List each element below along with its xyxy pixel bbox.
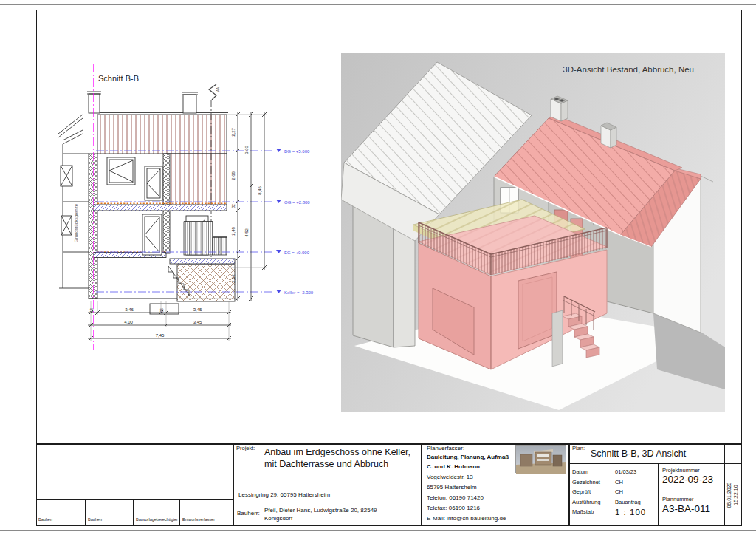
- svg-text:4,00: 4,00: [124, 320, 133, 324]
- client-label: Bauherr:: [237, 509, 260, 517]
- author-label: Planverfasser:: [427, 444, 464, 452]
- svg-text:18: 18: [89, 308, 94, 313]
- signature-box-4: Entwurfsverfasser: [179, 499, 233, 526]
- author-email: E-Mail: info@ch-bauleitung.de: [427, 514, 506, 522]
- view3d-title: 3D-Ansicht Bestand, Abbruch, Neu: [563, 65, 694, 74]
- signature-label: Bauherr: [88, 517, 103, 522]
- project-label: Projekt:: [236, 445, 255, 451]
- svg-text:32: 32: [231, 204, 236, 208]
- author-logo-image: [516, 446, 566, 474]
- svg-text:8,45: 8,45: [258, 186, 262, 195]
- signature-box-1: Bauherr: [36, 499, 85, 526]
- plan-label: Plan:: [572, 445, 585, 451]
- svg-text:36: 36: [159, 308, 164, 313]
- plan-subdivider: [658, 463, 659, 526]
- author-firm-line2: C. und K. Hofmann: [427, 463, 480, 471]
- plan-row-ausfuehrung: AusführungBauantrag: [572, 497, 655, 508]
- property-boundary-label: Grundstücksgrenze: [74, 203, 78, 242]
- plan-row-value: CH: [615, 487, 655, 497]
- project-address: Lessingring 29, 65795 Hattersheim: [238, 491, 330, 499]
- svg-text:4,52: 4,52: [244, 228, 249, 237]
- paper-edge-top: [0, 4, 756, 5]
- level-label-keller: Keller = -2.320: [284, 290, 314, 295]
- section-marker-label-top: AA: [216, 87, 220, 92]
- svg-text:3,45: 3,45: [193, 320, 202, 324]
- project-title-line1: Anbau im Erdgeschoss ohne Keller,: [264, 446, 410, 458]
- paper-edge-bottom: [0, 530, 756, 531]
- author-fax: Telefax: 06190 1216: [427, 504, 480, 512]
- chimney-a: [551, 96, 568, 121]
- view3d-svg: 3D-Ansicht Bestand, Abbruch, Neu: [341, 53, 725, 412]
- plan-row-label: Maßstab: [572, 507, 615, 517]
- svg-text:2,12: 2,12: [231, 274, 236, 283]
- svg-text:3,93: 3,93: [244, 146, 249, 154]
- author-logo: [515, 445, 566, 473]
- author-firm-line1: Bauleitung, Planung, Aufmaß: [427, 453, 509, 461]
- level-label-dg: DG = +5.600: [284, 149, 310, 154]
- signature-row: Bauherr Bauherr Bauvorlageberechtigter E…: [36, 499, 233, 526]
- plan-row-label: Ausführung: [572, 497, 615, 508]
- chimneys: [87, 92, 198, 113]
- titleblock-divider-2: [421, 443, 422, 526]
- project-number: 2022-09-23: [662, 474, 713, 485]
- dim-texts-bottom: 18 3,46 36 3,45 4,00 3,45 7,45: [89, 307, 202, 338]
- chimney-b: [601, 123, 616, 148]
- svg-text:3,46: 3,46: [125, 307, 134, 312]
- svg-text:3,45: 3,45: [193, 307, 202, 312]
- plan-row-gezeichnet: GezeichnetCH: [572, 477, 655, 488]
- svg-text:2,68: 2,68: [231, 171, 236, 180]
- client-line2: Königsdorf: [264, 514, 292, 522]
- svg-text:7,45: 7,45: [156, 333, 165, 338]
- plan-info-rows: Datum01/03/23 GezeichnetCH GeprüftCH Aus…: [572, 467, 655, 517]
- author-street: Vogelweidestr. 13: [427, 473, 473, 481]
- signature-label: Entwurfsverfasser: [182, 517, 215, 522]
- plan-number-label: Plannummer: [662, 496, 694, 502]
- level-markers: [276, 149, 281, 293]
- plan-title-underline: [568, 463, 742, 464]
- signature-label: Bauvorlageberechtigter: [136, 517, 178, 522]
- signature-label: Bauherr: [38, 517, 53, 522]
- plan-row-label: Datum: [572, 467, 615, 477]
- plan-number: A3-BA-011: [662, 503, 710, 514]
- level-label-og: OG = +2.800: [284, 200, 310, 205]
- plan-row-value: CH: [615, 477, 655, 488]
- section-title: Schnitt B-B: [98, 74, 139, 83]
- plan-row-value: 1 : 100: [615, 507, 655, 517]
- plan-row-value: Bauantrag: [615, 497, 655, 508]
- author-phone: Telefon: 06190 71420: [427, 494, 484, 502]
- level-label-eg: EG = +0.000: [284, 251, 310, 255]
- plot-date: 06.01.2023: [726, 482, 732, 508]
- svg-text:2,27: 2,27: [231, 128, 236, 137]
- client-line1: Pfeil, Dieter Hans, Ludwigstraße 20, 825…: [264, 506, 377, 514]
- project-title-line2: mit Dachterrasse und Abbruch: [264, 458, 388, 470]
- plan-row-label: Geprüft: [572, 487, 615, 497]
- plan-row-datum: Datum01/03/23: [572, 467, 655, 477]
- author-city: 65795 Hattersheim: [427, 483, 477, 491]
- drawing-sheet: Schnitt B-B AA AA: [0, 0, 756, 535]
- project-number-label: Projektnummer: [662, 467, 700, 474]
- plan-row-geprueft: GeprüftCH: [572, 487, 655, 497]
- titleblock-top-line: [36, 443, 742, 445]
- section-drawing-svg: Schnitt B-B AA AA: [41, 58, 343, 353]
- plot-time: 15:22:10: [732, 485, 739, 505]
- plan-row-value: 01/03/23: [615, 467, 655, 477]
- svg-text:2,48: 2,48: [231, 227, 236, 236]
- plan-title: Schnitt B-B, 3D Ansicht: [591, 448, 686, 460]
- plot-stamp: 06.01.2023 15:22:10: [724, 464, 740, 526]
- plan-row-massstab: Maßstab1 : 100: [572, 507, 655, 517]
- signature-box-2: Bauherr: [85, 499, 133, 526]
- titleblock-divider-1: [233, 443, 234, 526]
- plan-row-label: Gezeichnet: [572, 477, 615, 488]
- titleblock-divider-3: [568, 443, 570, 526]
- signature-box-3: Bauvorlageberechtigter: [133, 499, 179, 526]
